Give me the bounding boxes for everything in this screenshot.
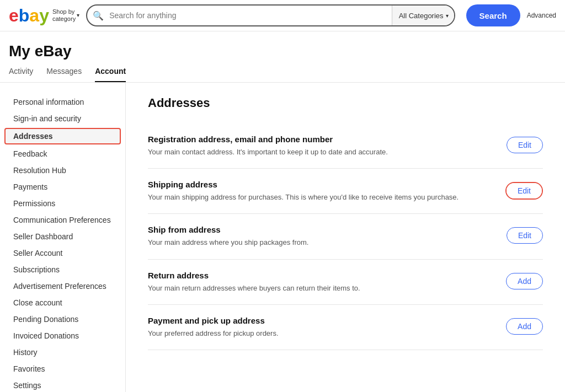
sidebar-item-feedback[interactable]: Feedback — [0, 146, 125, 162]
ship-from-edit-button[interactable]: Edit — [507, 227, 543, 244]
sidebar-item-history[interactable]: History — [0, 344, 125, 361]
sidebar-item-seller-dashboard[interactable]: Seller Dashboard — [0, 228, 125, 245]
return-address-info: Return address Your main return addresse… — [148, 271, 360, 293]
sidebar-item-close-account[interactable]: Close account — [0, 294, 125, 311]
sub-nav: Activity Messages Account — [0, 60, 565, 83]
main-layout: Personal information Sign-in and securit… — [0, 83, 565, 392]
sidebar-item-resolution-hub[interactable]: Resolution Hub — [0, 162, 125, 179]
registration-address-heading: Registration address, email and phone nu… — [148, 135, 388, 144]
logo-y: y — [39, 6, 49, 25]
tab-activity[interactable]: Activity — [9, 67, 33, 82]
sidebar-item-invoiced-donations[interactable]: Invoiced Donations — [0, 327, 125, 344]
sidebar-item-advertisement-preferences[interactable]: Advertisement Preferences — [0, 278, 125, 294]
category-label: All Categories — [399, 12, 444, 20]
ship-from-address-info: Ship from address Your main address wher… — [148, 225, 308, 248]
ship-from-address-heading: Ship from address — [148, 225, 308, 234]
sidebar-item-communication-preferences[interactable]: Communication Preferences — [0, 212, 125, 228]
ebay-logo: ebay — [9, 7, 49, 24]
addresses-title: Addresses — [148, 96, 543, 110]
ship-from-address-description: Your main address where you ship package… — [148, 238, 308, 248]
payment-pickup-address-section: Payment and pick up address Your preferr… — [148, 305, 543, 350]
payment-pickup-address-info: Payment and pick up address Your preferr… — [148, 316, 279, 339]
ship-from-address-section: Ship from address Your main address wher… — [148, 214, 543, 259]
header: ebay Shop by category ▾ 🔍 All Categories… — [0, 0, 565, 31]
shop-by-label: Shop by — [52, 8, 74, 15]
sidebar-item-pending-donations[interactable]: Pending Donations — [0, 311, 125, 327]
registration-edit-button[interactable]: Edit — [507, 137, 543, 153]
shipping-edit-highlight: Edit — [505, 182, 543, 200]
return-address-section: Return address Your main return addresse… — [148, 260, 543, 305]
registration-address-info: Registration address, email and phone nu… — [148, 135, 388, 157]
shipping-address-section: Shipping address Your main shipping addr… — [148, 169, 543, 214]
shop-by-sub-label: category — [52, 15, 76, 22]
sidebar-item-settings[interactable]: Settings — [0, 377, 125, 392]
search-icon: 🔍 — [87, 10, 109, 21]
page-title: My eBay — [9, 42, 556, 60]
payment-pickup-address-heading: Payment and pick up address — [148, 316, 279, 325]
search-button[interactable]: Search — [466, 4, 520, 26]
shipping-address-heading: Shipping address — [148, 180, 459, 189]
payment-pickup-address-description: Your preferred address for pickup orders… — [148, 329, 279, 339]
registration-address-section: Registration address, email and phone nu… — [148, 123, 543, 169]
shipping-edit-button[interactable]: Edit — [507, 183, 542, 198]
page-title-area: My eBay — [0, 31, 565, 60]
search-bar: 🔍 All Categories ▾ — [86, 4, 455, 26]
logo-a: a — [29, 6, 39, 25]
sidebar-item-seller-account[interactable]: Seller Account — [0, 245, 125, 261]
shipping-address-info: Shipping address Your main shipping addr… — [148, 180, 459, 202]
content-area: Addresses Registration address, email an… — [126, 83, 565, 392]
sidebar-item-sign-in-security[interactable]: Sign-in and security — [0, 110, 125, 127]
payment-pickup-add-button[interactable]: Add — [506, 318, 543, 335]
chevron-down-icon: ▾ — [446, 13, 449, 19]
return-add-button[interactable]: Add — [506, 273, 543, 289]
logo-b: b — [19, 6, 30, 25]
sidebar-item-subscriptions[interactable]: Subscriptions — [0, 261, 125, 278]
chevron-down-icon: ▾ — [77, 12, 79, 19]
sidebar: Personal information Sign-in and securit… — [0, 83, 126, 392]
shop-by-category[interactable]: Shop by category ▾ — [52, 8, 79, 23]
category-dropdown[interactable]: All Categories ▾ — [392, 6, 454, 25]
shipping-address-description: Your main shipping address for purchases… — [148, 192, 459, 202]
logo-area: ebay Shop by category ▾ — [9, 7, 79, 24]
logo-e: e — [9, 6, 19, 25]
sidebar-item-addresses[interactable]: Addresses — [4, 128, 121, 144]
sidebar-item-favorites[interactable]: Favorites — [0, 361, 125, 377]
sidebar-item-payments[interactable]: Payments — [0, 179, 125, 195]
return-address-description: Your main return addresses where buyers … — [148, 283, 360, 293]
tab-account[interactable]: Account — [95, 67, 126, 82]
advanced-link[interactable]: Advanced — [527, 12, 556, 19]
sidebar-item-personal-information[interactable]: Personal information — [0, 94, 125, 110]
return-address-heading: Return address — [148, 271, 360, 280]
tab-messages[interactable]: Messages — [46, 67, 82, 82]
search-input[interactable] — [109, 11, 392, 20]
registration-address-description: Your main contact address. It's importan… — [148, 147, 388, 157]
sidebar-item-permissions[interactable]: Permissions — [0, 195, 125, 212]
